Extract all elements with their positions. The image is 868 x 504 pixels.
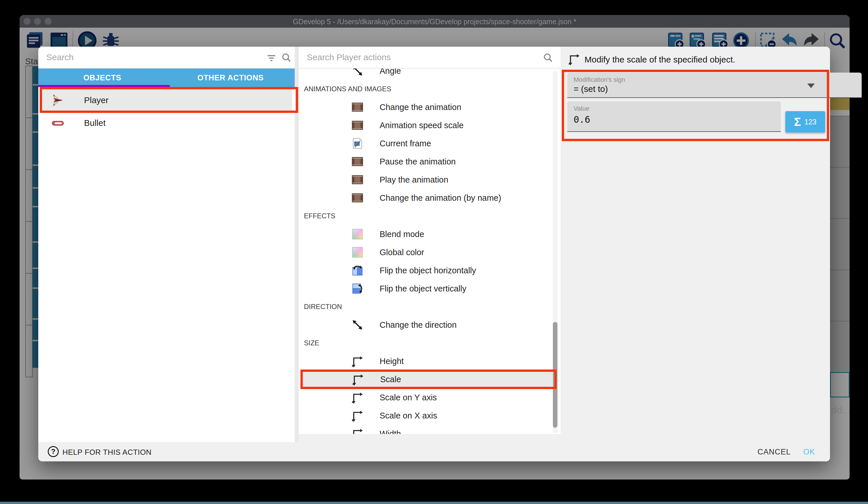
value-input[interactable]: Value 0.6 — [567, 101, 781, 132]
objects-tabbar: OBJECTS OTHER ACTIONS — [38, 69, 295, 87]
section-header: EFFECTS — [304, 212, 335, 220]
filmstrip-icon — [351, 192, 364, 204]
action-row-change-the-animation[interactable]: Change the animation — [300, 99, 554, 115]
field-label: Modification's sign — [574, 76, 625, 83]
action-row-change-the-animation-by-name[interactable]: Change the animation (by name) — [300, 190, 554, 206]
search-icon[interactable] — [281, 52, 292, 63]
action-label: Change the animation (by name) — [380, 193, 501, 203]
dialog-footer: ? HELP FOR THIS ACTION CANCEL OK — [38, 442, 830, 461]
action-label: Scale on X axis — [380, 411, 437, 421]
actions-search-row — [299, 47, 561, 69]
action-label: Change the animation — [380, 102, 461, 112]
action-row-animation-speed-scale[interactable]: Animation speed scale — [300, 117, 554, 134]
scale-icon — [351, 409, 364, 422]
action-label: Flip the object horizontally — [380, 266, 476, 275]
filmstrip-icon — [351, 155, 364, 168]
action-row-angle[interactable]: Angle — [300, 69, 554, 79]
chevron-down-icon[interactable] — [807, 83, 815, 88]
sigma-icon: Σ — [794, 116, 801, 128]
field-value: 0.6 — [574, 114, 590, 125]
action-label: Change the direction — [380, 320, 457, 330]
bullet-icon — [51, 117, 64, 130]
action-row-flip-the-object-horizontally[interactable]: Flip the object horizontally — [300, 262, 554, 279]
action-label: Global color — [380, 248, 424, 257]
filmstrip-icon — [351, 119, 364, 132]
action-row-blend-mode[interactable]: Blend mode — [300, 226, 554, 242]
actions-list: AngleANIMATIONS AND IMAGESChange the ani… — [299, 69, 561, 434]
panel-divider — [295, 47, 299, 442]
player-ship-icon — [51, 94, 64, 107]
action-label: Height — [380, 356, 404, 366]
object-row-bullet[interactable]: Bullet — [41, 113, 292, 132]
action-row-width[interactable]: Width — [300, 425, 554, 434]
action-row-height[interactable]: Height — [300, 353, 554, 370]
action-label: Flip the object vertically — [380, 284, 466, 293]
action-description: Modify the scale of the specified object… — [585, 55, 735, 64]
expression-editor-button[interactable]: Σ 123 — [785, 111, 825, 132]
action-label: Current frame — [380, 139, 431, 148]
field-value: = (set to) — [574, 84, 608, 94]
rainbow-icon — [351, 246, 364, 259]
action-label: Animation speed scale — [380, 121, 464, 130]
scale-icon — [351, 391, 364, 404]
action-label: Scale — [380, 375, 401, 384]
section-header: ANIMATIONS AND IMAGES — [304, 85, 391, 93]
flip-horizontal-icon — [351, 264, 364, 277]
rainbow-icon — [351, 228, 364, 241]
filmstrip-icon — [351, 173, 364, 186]
help-button[interactable]: HELP FOR THIS ACTION — [62, 448, 152, 457]
current-frame-icon — [351, 137, 364, 150]
action-label: Angle — [380, 69, 401, 76]
objects-panel: OBJECTS OTHER ACTIONS PlayerBullet — [38, 47, 295, 442]
object-label: Bullet — [84, 118, 106, 128]
tab-objects[interactable]: OBJECTS — [38, 69, 166, 87]
scale-icon — [351, 427, 364, 434]
action-row-pause-the-animation[interactable]: Pause the animation — [300, 153, 554, 170]
screenshot-stage: GDevelop 5 - /Users/dkarakay/Documents/G… — [0, 0, 868, 504]
flip-vertical-icon — [351, 282, 364, 295]
angle-icon — [351, 69, 364, 77]
objects-search-input[interactable] — [46, 51, 260, 64]
action-row-play-the-animation[interactable]: Play the animation — [300, 171, 554, 188]
filmstrip-icon — [351, 101, 364, 113]
active-tab-underline — [38, 85, 170, 87]
action-row-scale[interactable]: Scale — [301, 371, 552, 387]
action-row-change-the-direction[interactable]: Change the direction — [300, 316, 554, 333]
action-row-flip-the-object-vertically[interactable]: Flip the object vertically — [300, 280, 554, 297]
action-row-scale-on-x-axis[interactable]: Scale on X axis — [300, 407, 554, 424]
filter-icon[interactable] — [266, 52, 277, 63]
objects-search-row — [38, 47, 295, 69]
field-label: Value — [574, 105, 589, 112]
object-row-player[interactable]: Player — [41, 89, 292, 112]
scrollbar-thumb[interactable] — [553, 322, 557, 428]
scale-icon — [352, 373, 364, 386]
action-label: Blend mode — [380, 230, 424, 239]
cancel-button[interactable]: CANCEL — [751, 446, 797, 458]
action-label: Width — [380, 429, 401, 434]
action-label: Pause the animation — [380, 157, 456, 167]
actions-search-input[interactable] — [306, 51, 526, 64]
object-label: Player — [84, 95, 108, 105]
scale-icon — [351, 355, 364, 367]
modification-sign-select[interactable]: Modification's sign = (set to) — [567, 73, 862, 98]
desktop-strip — [0, 502, 868, 504]
action-label: Play the animation — [380, 175, 448, 185]
actions-panel: AngleANIMATIONS AND IMAGESChange the ani… — [299, 47, 561, 434]
help-icon[interactable]: ? — [48, 446, 59, 457]
angle-icon — [351, 319, 364, 331]
scale-icon — [568, 53, 580, 65]
action-editor-dialog: OBJECTS OTHER ACTIONS PlayerBullet Angle… — [38, 47, 830, 461]
action-row-current-frame[interactable]: Current frame — [300, 135, 554, 152]
section-header: DIRECTION — [304, 303, 342, 311]
search-icon[interactable] — [542, 52, 554, 63]
action-row-scale-on-y-axis[interactable]: Scale on Y axis — [300, 389, 554, 406]
action-row-global-color[interactable]: Global color — [300, 244, 554, 261]
tab-other-actions[interactable]: OTHER ACTIONS — [166, 69, 295, 87]
section-header: SIZE — [304, 339, 319, 347]
action-label: Scale on Y axis — [380, 393, 437, 402]
ok-button[interactable]: OK — [797, 446, 822, 458]
